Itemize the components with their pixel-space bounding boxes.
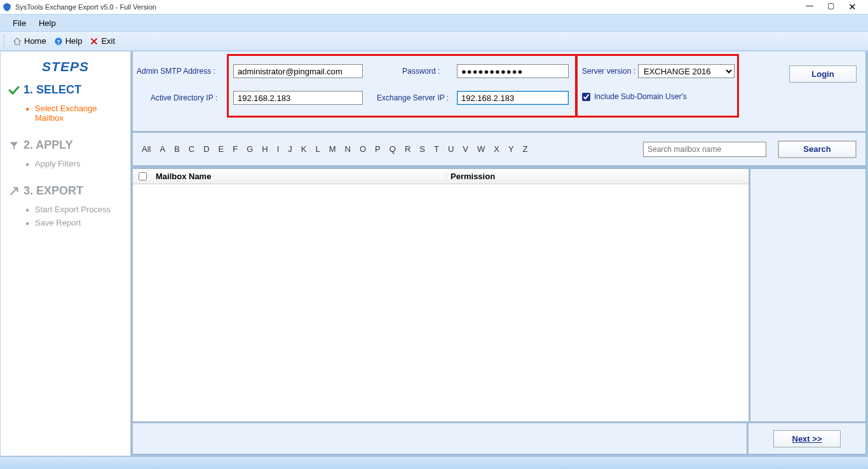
adip-label: Active Directory IP : — [151, 93, 217, 102]
table-header: Mailbox Name Permission — [133, 169, 749, 184]
bottom-strip: Next >> — [131, 421, 867, 456]
search-button[interactable]: Search — [778, 140, 857, 158]
login-button[interactable]: Login — [789, 65, 857, 83]
include-subdomain-checkbox[interactable] — [582, 93, 590, 101]
alpha-f[interactable]: F — [233, 144, 238, 154]
step-2-head[interactable]: 2. APPLY — [7, 139, 124, 152]
step-3-label: 3. EXPORT — [24, 184, 83, 198]
alpha-w[interactable]: W — [477, 144, 485, 154]
exip-label: Exchange Server IP : — [377, 93, 449, 102]
steps-sidebar: STEPS 1. SELECT Select Exchange Mailbox … — [1, 51, 131, 456]
step-2: 2. APPLY Apply Filters — [7, 139, 124, 170]
content-area: Admin SMTP Address : Password : Active D… — [131, 51, 867, 456]
step-1-sub-1[interactable]: Select Exchange Mailbox — [35, 102, 124, 125]
alpha-filter-bar: AllABCDEFGHIJKLMNOPQRSTUVWXYZ Search — [131, 133, 867, 167]
step-3-sub-1[interactable]: Start Export Process — [35, 203, 124, 216]
step-1: 1. SELECT Select Exchange Mailbox — [7, 83, 124, 125]
exip-input[interactable] — [457, 91, 569, 105]
bottom-left — [133, 423, 749, 454]
app-icon — [3, 3, 11, 11]
step-1-head[interactable]: 1. SELECT — [7, 83, 124, 97]
home-icon — [13, 37, 22, 46]
step-1-label: 1. SELECT — [24, 83, 81, 97]
toolbar-home[interactable]: Home — [9, 35, 50, 47]
alpha-p[interactable]: P — [375, 144, 381, 154]
mailbox-table: Mailbox Name Permission — [131, 167, 750, 423]
alpha-c[interactable]: C — [189, 144, 194, 154]
col-permission[interactable]: Permission — [447, 172, 749, 181]
help-icon: ? — [54, 37, 63, 46]
menubar: File Help — [0, 14, 868, 32]
adip-input[interactable] — [233, 91, 363, 105]
svg-text:?: ? — [57, 38, 60, 44]
alpha-i[interactable]: I — [277, 144, 280, 154]
alpha-a[interactable]: A — [159, 144, 165, 154]
table-body — [133, 184, 749, 421]
steps-heading: STEPS — [7, 59, 124, 74]
close-button[interactable]: ✕ — [848, 1, 857, 13]
password-label: Password : — [402, 67, 440, 76]
alpha-n[interactable]: N — [345, 144, 351, 154]
alpha-q[interactable]: Q — [390, 144, 396, 154]
highlight-box-1 — [227, 54, 578, 118]
alpha-d[interactable]: D — [203, 144, 209, 154]
toolbar-help-label: Help — [65, 36, 83, 46]
filter-icon — [7, 140, 21, 151]
step-3-sub-2[interactable]: Save Report — [35, 216, 124, 229]
main-area: STEPS 1. SELECT Select Exchange Mailbox … — [0, 51, 868, 456]
include-subdomain-label: Include Sub-Domain User's — [594, 92, 687, 101]
credentials-panel: Admin SMTP Address : Password : Active D… — [131, 51, 867, 133]
maximize-button[interactable]: ▢ — [827, 1, 834, 13]
side-panel — [750, 167, 867, 423]
alpha-x[interactable]: X — [494, 144, 499, 154]
admin-smtp-input[interactable] — [233, 64, 363, 78]
server-version-select[interactable]: EXCHANGE 2016 — [638, 64, 735, 78]
alpha-s[interactable]: S — [419, 144, 425, 154]
alpha-b[interactable]: B — [174, 144, 180, 154]
menu-file[interactable]: File — [6, 16, 32, 31]
highlight-box-2 — [575, 54, 739, 118]
menu-help[interactable]: Help — [32, 16, 62, 31]
export-icon — [7, 186, 21, 197]
alpha-o[interactable]: O — [360, 144, 366, 154]
alpha-u[interactable]: U — [448, 144, 454, 154]
alpha-k[interactable]: K — [301, 144, 307, 154]
select-all-checkbox[interactable] — [139, 172, 147, 180]
toolbar-grip — [4, 34, 6, 48]
next-button[interactable]: Next >> — [773, 430, 841, 447]
toolbar: Home ? Help Exit — [0, 32, 868, 51]
alpha-e[interactable]: E — [219, 144, 224, 154]
statusbar — [0, 456, 868, 469]
alpha-h[interactable]: H — [262, 144, 268, 154]
step-2-label: 2. APPLY — [24, 139, 73, 152]
bottom-right: Next >> — [749, 423, 865, 454]
alpha-all[interactable]: All — [142, 144, 151, 154]
alpha-v[interactable]: V — [463, 144, 468, 154]
minimize-button[interactable]: — — [806, 1, 813, 13]
alpha-r[interactable]: R — [405, 144, 410, 154]
search-mailbox-input[interactable] — [643, 142, 766, 157]
alpha-g[interactable]: G — [247, 144, 253, 154]
alpha-t[interactable]: T — [434, 144, 439, 154]
exit-icon — [90, 37, 98, 46]
col-mailbox-name[interactable]: Mailbox Name — [152, 172, 447, 181]
step-2-sub-1[interactable]: Apply Filters — [35, 157, 124, 170]
alpha-letters: AllABCDEFGHIJKLMNOPQRSTUVWXYZ — [142, 144, 528, 154]
include-subdomain-wrap[interactable]: Include Sub-Domain User's — [582, 92, 687, 101]
titlebar: SysTools Exchange Export v5.0 - Full Ver… — [0, 0, 868, 14]
alpha-j[interactable]: J — [288, 144, 292, 154]
toolbar-help[interactable]: ? Help — [50, 35, 86, 47]
server-version-label: Server version : — [582, 67, 635, 76]
window-controls: — ▢ ✕ — [806, 1, 865, 13]
admin-smtp-label: Admin SMTP Address : — [137, 67, 215, 76]
alpha-y[interactable]: Y — [508, 144, 514, 154]
check-icon — [7, 84, 21, 97]
alpha-l[interactable]: L — [316, 144, 320, 154]
alpha-m[interactable]: M — [329, 144, 336, 154]
toolbar-exit-label: Exit — [101, 36, 115, 46]
password-input[interactable] — [457, 64, 569, 78]
alpha-z[interactable]: Z — [523, 144, 528, 154]
toolbar-exit[interactable]: Exit — [86, 35, 119, 47]
mailbox-table-area: Mailbox Name Permission — [131, 167, 867, 423]
step-3-head[interactable]: 3. EXPORT — [7, 184, 124, 198]
